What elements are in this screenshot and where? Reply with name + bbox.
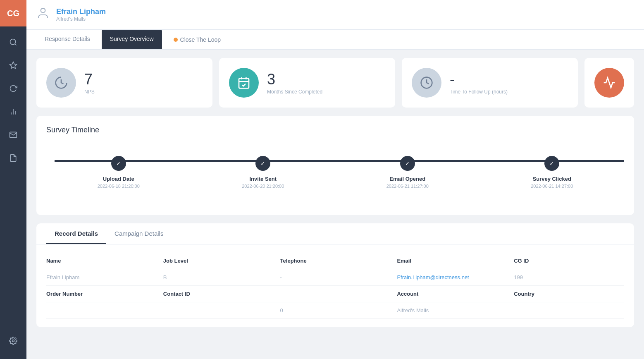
activity-icon-circle bbox=[594, 68, 624, 98]
svg-point-7 bbox=[41, 8, 45, 13]
tab-survey[interactable]: Survey Overview bbox=[102, 30, 162, 49]
record-table: Name Job Level Telephone Email CG ID Efr… bbox=[36, 244, 634, 327]
nps-value: 7 bbox=[84, 71, 95, 88]
svg-line-1 bbox=[15, 44, 17, 45]
search-icon[interactable] bbox=[4, 33, 22, 51]
col-header-country: Country bbox=[514, 291, 624, 297]
val-contact-id bbox=[163, 307, 274, 314]
header-user-name: Efrain Lipham bbox=[56, 7, 106, 16]
col-header-name: Name bbox=[46, 258, 157, 264]
record-header-row-1: Name Job Level Telephone Email CG ID bbox=[46, 253, 624, 269]
months-label: Months Since Completed bbox=[267, 89, 322, 95]
user-avatar-icon bbox=[36, 7, 50, 23]
close-loop-dot bbox=[174, 38, 178, 42]
nps-label: NPS bbox=[84, 89, 95, 95]
stat-card-activity bbox=[584, 58, 634, 108]
timeline-label-clicked: Survey Clicked bbox=[533, 176, 571, 182]
followup-value: - bbox=[450, 71, 508, 88]
timeline-label-upload: Upload Date bbox=[103, 176, 134, 182]
timeline-date-upload: 2022-06-18 21:20:00 bbox=[98, 184, 140, 189]
refresh-icon[interactable] bbox=[4, 79, 22, 98]
val-order-number bbox=[46, 307, 157, 314]
timeline-track: ✓ Upload Date 2022-06-18 21:20:00 ✓ Invi… bbox=[46, 148, 624, 205]
months-stat-info: 3 Months Since Completed bbox=[267, 71, 322, 95]
tab-campaign-details[interactable]: Campaign Details bbox=[106, 223, 172, 244]
tab-close-loop[interactable]: Close The Loop bbox=[165, 31, 229, 49]
stat-cards: 7 NPS 3 Months Since Completed bbox=[36, 58, 634, 108]
record-header-row-2: Order Number Contact ID Account Country bbox=[46, 286, 624, 302]
survey-timeline-section: Survey Timeline ✓ Upload Date 2022-06-18… bbox=[36, 116, 634, 215]
timeline-title: Survey Timeline bbox=[46, 126, 624, 134]
timeline-point-clicked: ✓ Survey Clicked 2022-06-21 14:27:00 bbox=[480, 156, 625, 189]
nps-stat-info: 7 NPS bbox=[84, 71, 95, 95]
val-name: Efrain Lipham bbox=[46, 274, 157, 280]
content-area: 7 NPS 3 Months Since Completed bbox=[26, 50, 644, 359]
months-icon-circle bbox=[229, 68, 259, 98]
timeline-point-upload: ✓ Upload Date 2022-06-18 21:20:00 bbox=[46, 156, 191, 189]
svg-rect-8 bbox=[239, 78, 249, 88]
val-telephone: - bbox=[280, 274, 391, 280]
stat-card-followup: - Time To Follow Up (hours) bbox=[402, 58, 578, 108]
timeline-date-clicked: 2022-06-21 14:27:00 bbox=[531, 184, 573, 189]
months-value: 3 bbox=[267, 71, 322, 88]
col-header-contact-id: Contact ID bbox=[163, 291, 274, 297]
stat-card-nps: 7 NPS bbox=[36, 58, 212, 108]
bar-chart-icon[interactable] bbox=[4, 103, 22, 121]
followup-stat-info: - Time To Follow Up (hours) bbox=[450, 71, 508, 95]
followup-icon-circle bbox=[412, 68, 441, 98]
sidebar-icons-top bbox=[4, 26, 22, 329]
sidebar-icons-bottom bbox=[4, 329, 22, 359]
timeline-dot-upload: ✓ bbox=[111, 156, 126, 171]
timeline-label-email: Email Opened bbox=[389, 176, 425, 182]
timeline-dot-clicked: ✓ bbox=[544, 156, 559, 171]
col-header-account: Account bbox=[397, 291, 507, 297]
file-icon[interactable] bbox=[4, 149, 22, 167]
tab-response[interactable]: Response Details bbox=[36, 30, 98, 49]
col-header-email: Email bbox=[397, 258, 507, 264]
record-value-row-1: Efrain Lipham B - Efrain.Lipham@directne… bbox=[46, 269, 624, 286]
tab-close-loop-label: Close The Loop bbox=[180, 36, 221, 43]
timeline-date-invite: 2022-06-20 21:20:00 bbox=[242, 184, 284, 189]
timeline-point-email: ✓ Email Opened 2022-06-21 11:27:00 bbox=[335, 156, 480, 189]
settings-icon[interactable] bbox=[4, 332, 22, 350]
header-company: Alfred's Malls bbox=[56, 16, 106, 22]
record-tabs: Record Details Campaign Details bbox=[36, 223, 634, 244]
val-blank: 0 bbox=[280, 307, 391, 314]
stat-card-months: 3 Months Since Completed bbox=[219, 58, 395, 108]
timeline-dot-email: ✓ bbox=[400, 156, 415, 171]
header-info: Efrain Lipham Alfred's Malls bbox=[56, 7, 106, 22]
val-country bbox=[514, 307, 624, 314]
sidebar: CG bbox=[0, 0, 26, 359]
header: Efrain Lipham Alfred's Malls bbox=[26, 0, 644, 30]
val-cgid: 199 bbox=[514, 274, 624, 280]
col-header-blank bbox=[280, 291, 391, 297]
star-icon[interactable] bbox=[4, 56, 22, 74]
tab-record-details[interactable]: Record Details bbox=[46, 223, 106, 244]
svg-point-0 bbox=[10, 39, 16, 45]
col-header-order-number: Order Number bbox=[46, 291, 157, 297]
timeline-point-invite: ✓ Invite Sent 2022-06-20 21:20:00 bbox=[191, 156, 336, 189]
col-header-telephone: Telephone bbox=[280, 258, 391, 264]
sidebar-logo: CG bbox=[0, 0, 26, 26]
val-email: Efrain.Lipham@directness.net bbox=[397, 274, 507, 280]
col-header-job-level: Job Level bbox=[163, 258, 274, 264]
main-tabs: Response Details Survey Overview Close T… bbox=[26, 30, 644, 50]
col-header-cgid: CG ID bbox=[514, 258, 624, 264]
svg-point-6 bbox=[12, 340, 14, 342]
timeline-date-email: 2022-06-21 11:27:00 bbox=[386, 184, 429, 189]
record-section: Record Details Campaign Details Name Job… bbox=[36, 223, 634, 327]
followup-label: Time To Follow Up (hours) bbox=[450, 89, 508, 95]
val-account: Alfred's Malls bbox=[397, 307, 507, 314]
mail-icon[interactable] bbox=[4, 126, 22, 144]
svg-marker-2 bbox=[10, 62, 17, 69]
main-content: Efrain Lipham Alfred's Malls Response De… bbox=[26, 0, 644, 359]
nps-icon-circle bbox=[46, 68, 76, 98]
val-job-level: B bbox=[163, 274, 274, 280]
timeline-label-invite: Invite Sent bbox=[249, 176, 277, 182]
record-value-row-2: 0 Alfred's Malls bbox=[46, 302, 624, 319]
timeline-dot-invite: ✓ bbox=[255, 156, 270, 171]
